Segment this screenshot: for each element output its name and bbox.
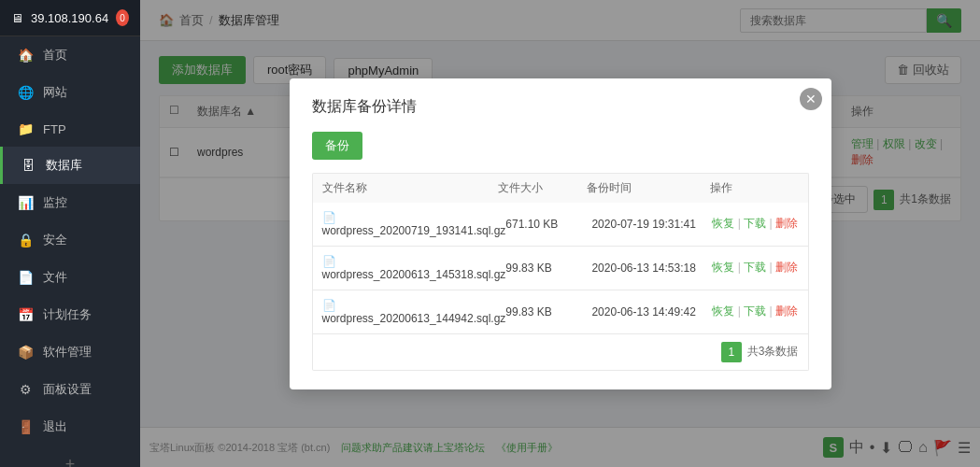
- server-ip: 39.108.190.64: [31, 11, 108, 25]
- modal-table-row: 📄 wordpress_20200719_193141.sql.gz 671.1…: [312, 203, 809, 247]
- modal-col-ops: 操作: [710, 180, 798, 196]
- logout-icon: 🚪: [17, 419, 34, 434]
- sidebar-item-website[interactable]: 🌐 网站: [0, 74, 140, 111]
- file-size-1: 671.10 KB: [505, 218, 591, 231]
- file-ops-3: 恢复 | 下载 | 删除: [712, 304, 798, 319]
- sidebar-item-database[interactable]: 🗄 数据库: [0, 147, 140, 184]
- website-icon: 🌐: [17, 85, 34, 100]
- ftp-icon: 📁: [17, 121, 34, 136]
- sidebar-label-settings: 面板设置: [43, 381, 92, 398]
- cron-icon: 📅: [17, 307, 34, 322]
- modal-title: 数据库备份详情: [312, 97, 809, 117]
- sidebar-header: 🖥 39.108.190.64 0: [0, 0, 140, 36]
- sidebar-item-ftp[interactable]: 📁 FTP: [0, 111, 140, 147]
- sidebar-label-logout: 退出: [43, 418, 67, 435]
- file-time-2: 2020-06-13 14:53:18: [591, 262, 712, 275]
- software-icon: 📦: [17, 345, 34, 360]
- sidebar-item-security[interactable]: 🔒 安全: [0, 221, 140, 259]
- sidebar-label-monitor: 监控: [43, 194, 67, 211]
- file-time-3: 2020-06-13 14:49:42: [591, 305, 712, 318]
- modal-table-row: 📄 wordpress_20200613_145318.sql.gz 99.83…: [312, 247, 809, 290]
- restore-3[interactable]: 恢复: [712, 304, 734, 318]
- sidebar-label-home: 首页: [43, 47, 67, 64]
- del-2[interactable]: 删除: [775, 261, 798, 274]
- sidebar-label-cron: 计划任务: [43, 306, 92, 323]
- restore-1[interactable]: 恢复: [712, 217, 734, 230]
- modal-col-filename: 文件名称: [322, 180, 499, 196]
- modal-col-time: 备份时间: [587, 180, 710, 196]
- modal-total: 共3条数据: [747, 344, 799, 360]
- sidebar: 🖥 39.108.190.64 0 🏠 首页 🌐 网站 📁 FTP 🗄 数据库 …: [0, 0, 140, 467]
- download-1[interactable]: 下载: [744, 217, 766, 230]
- file-name-3: 📄 wordpress_20200613_144942.sql.gz: [322, 299, 506, 325]
- modal-page-number[interactable]: 1: [721, 342, 742, 362]
- backup-detail-modal: ✕ 数据库备份详情 备份 文件名称 文件大小 备份时间 操作 📄 wordpre…: [290, 78, 831, 389]
- file-ops-2: 恢复 | 下载 | 删除: [712, 260, 798, 276]
- database-icon: 🗄: [20, 158, 36, 173]
- modal-footer: 1 共3条数据: [312, 334, 809, 371]
- sidebar-label-software: 软件管理: [43, 344, 92, 361]
- notification-badge: 0: [116, 9, 129, 26]
- sidebar-item-settings[interactable]: ⚙ 面板设置: [0, 371, 140, 408]
- sidebar-label-database: 数据库: [46, 157, 82, 174]
- file-ops-1: 恢复 | 下载 | 删除: [712, 216, 798, 232]
- download-3[interactable]: 下载: [744, 304, 766, 318]
- sidebar-label-security: 安全: [43, 232, 67, 248]
- download-2[interactable]: 下载: [744, 261, 766, 274]
- del-1[interactable]: 删除: [775, 217, 798, 230]
- sidebar-label-ftp: FTP: [43, 122, 66, 136]
- sidebar-item-files[interactable]: 📄 文件: [0, 259, 140, 296]
- del-3[interactable]: 删除: [775, 304, 798, 318]
- sidebar-item-monitor[interactable]: 📊 监控: [0, 184, 140, 221]
- sidebar-item-software[interactable]: 📦 软件管理: [0, 333, 140, 371]
- file-name-2: 📄 wordpress_20200613_145318.sql.gz: [322, 255, 506, 281]
- settings-icon: ⚙: [17, 382, 34, 397]
- modal-table-header: 文件名称 文件大小 备份时间 操作: [312, 173, 809, 203]
- modal-close-button[interactable]: ✕: [800, 88, 822, 110]
- files-icon: 📄: [17, 270, 34, 285]
- file-icon-3: 📄: [322, 299, 336, 312]
- sidebar-item-cron[interactable]: 📅 计划任务: [0, 296, 140, 333]
- file-name-1: 📄 wordpress_20200719_193141.sql.gz: [322, 211, 506, 237]
- file-size-2: 99.83 KB: [505, 262, 591, 275]
- backup-now-button[interactable]: 备份: [312, 132, 362, 160]
- file-time-1: 2020-07-19 19:31:41: [591, 218, 712, 231]
- sidebar-add-button[interactable]: +: [0, 446, 140, 467]
- file-size-3: 99.83 KB: [505, 305, 591, 318]
- monitor-icon: 🖥: [11, 11, 23, 25]
- monitor-nav-icon: 📊: [17, 195, 34, 210]
- modal-col-size: 文件大小: [498, 180, 586, 196]
- file-icon-1: 📄: [322, 211, 336, 224]
- security-icon: 🔒: [17, 233, 34, 248]
- modal-overlay: ✕ 数据库备份详情 备份 文件名称 文件大小 备份时间 操作 📄 wordpre…: [140, 0, 980, 467]
- sidebar-label-files: 文件: [43, 269, 67, 286]
- home-icon: 🏠: [17, 48, 34, 63]
- sidebar-label-website: 网站: [43, 84, 67, 101]
- modal-backup-bar: 备份: [312, 132, 809, 160]
- modal-table-row: 📄 wordpress_20200613_144942.sql.gz 99.83…: [312, 290, 809, 334]
- file-icon-2: 📄: [322, 255, 336, 268]
- restore-2[interactable]: 恢复: [712, 261, 734, 274]
- sidebar-item-logout[interactable]: 🚪 退出: [0, 408, 140, 446]
- sidebar-item-home[interactable]: 🏠 首页: [0, 36, 140, 74]
